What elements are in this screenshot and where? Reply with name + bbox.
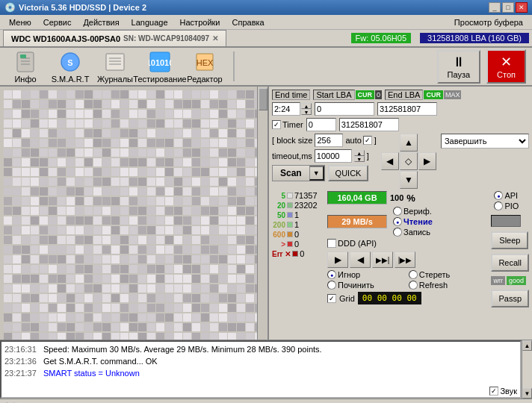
- arrow-upleft[interactable]: [381, 134, 399, 151]
- drive-tab-1[interactable]: WDC WD1600AAJS-00PSA0 SN: WD-WCAP9108409…: [3, 30, 226, 46]
- quick-button[interactable]: QUICK: [328, 165, 369, 181]
- arrow-downright[interactable]: [418, 171, 436, 189]
- passp-button[interactable]: Passp: [491, 290, 529, 307]
- end-lba-input2[interactable]: [339, 118, 399, 131]
- scan-cell: [237, 216, 245, 225]
- scan-cell: [58, 149, 66, 157]
- toolbar-info-button[interactable]: Инфо: [6, 48, 45, 86]
- scan-cell: [4, 197, 12, 205]
- scan-cell: [22, 333, 30, 340]
- scan-cell: [147, 158, 155, 166]
- toolbar-editor-button[interactable]: HEX Редактор: [185, 48, 224, 86]
- scan-cell: [75, 255, 84, 263]
- log-area[interactable]: 23:16:31 Speed: Maximum 30 MB/s. Average…: [0, 340, 522, 399]
- scan-cell: [120, 187, 129, 196]
- scan-cell: [84, 158, 93, 166]
- scan-cell: [165, 139, 173, 147]
- timeout-down-btn[interactable]: ▼: [354, 156, 365, 162]
- sector-count-50ms: 1: [294, 210, 299, 219]
- scan-cell: [40, 129, 48, 137]
- refresh-radio[interactable]: [409, 281, 418, 290]
- arrow-up[interactable]: ▲: [400, 134, 418, 151]
- auto-checkbox[interactable]: ✓: [363, 136, 372, 145]
- pause-button[interactable]: ⏸ Пауза: [437, 50, 481, 84]
- stop-button[interactable]: ✕ Стоп: [486, 49, 526, 84]
- ignore-radio[interactable]: [327, 270, 336, 279]
- maximize-button[interactable]: □: [502, 2, 514, 13]
- back-button[interactable]: ◀: [350, 252, 371, 268]
- menu-buffer-view[interactable]: Просмотр буфера: [448, 16, 529, 28]
- arrow-down[interactable]: ▼: [400, 171, 418, 189]
- log-scroll-up[interactable]: ▲: [522, 340, 532, 351]
- menu-menu[interactable]: Меню: [3, 16, 37, 28]
- scan-cell: [210, 139, 218, 147]
- scan-cell: [201, 265, 209, 273]
- minimize-button[interactable]: _: [489, 2, 501, 13]
- ddd-checkbox[interactable]: [327, 239, 336, 248]
- scan-scroll-thumb[interactable]: [259, 88, 267, 110]
- zvuk-checkbox[interactable]: ✓: [489, 387, 498, 396]
- scan-dropdown-arrow[interactable]: ▼: [309, 166, 324, 181]
- erase-radio[interactable]: [409, 270, 418, 279]
- read-radio[interactable]: [393, 217, 402, 226]
- log-scrollbar[interactable]: ▲ ▼: [522, 340, 532, 399]
- fix-radio[interactable]: [327, 281, 336, 290]
- scan-cell: [156, 313, 164, 322]
- menu-help[interactable]: Справка: [226, 16, 270, 28]
- scan-cell: [201, 149, 209, 157]
- verify-radio[interactable]: [393, 207, 402, 216]
- menu-language[interactable]: Language: [126, 16, 174, 28]
- timer-checkbox[interactable]: ✓: [272, 120, 281, 129]
- block-size-label: [ block size: [272, 136, 312, 145]
- close-button[interactable]: ✕: [516, 2, 528, 13]
- scan-cell: [219, 313, 227, 322]
- scan-cell: [49, 119, 57, 128]
- arrow-upright[interactable]: [418, 134, 436, 151]
- scan-cell: [219, 216, 227, 225]
- scan-scrollbar[interactable]: [257, 87, 267, 340]
- app-icon: 💿: [4, 2, 16, 13]
- grid-checkbox[interactable]: ✓: [327, 294, 336, 303]
- scan-button[interactable]: Scan: [273, 166, 309, 181]
- scan-cell: [120, 100, 129, 108]
- end-lba-input[interactable]: [377, 102, 437, 116]
- drive-tab-close[interactable]: ✕: [212, 34, 218, 43]
- menu-service[interactable]: Сервис: [37, 16, 78, 28]
- timer-value-input[interactable]: [306, 118, 336, 131]
- action-select[interactable]: Завершить Игнорировать Повторить: [441, 134, 529, 149]
- toolbar-logs-button[interactable]: Журналы: [96, 48, 134, 86]
- pio-radio[interactable]: [494, 202, 503, 210]
- timeout-up-btn[interactable]: ▲: [354, 150, 365, 156]
- start-lba-input[interactable]: [315, 102, 374, 116]
- scan-cell: [228, 129, 236, 137]
- recall-button[interactable]: Recall: [491, 254, 529, 272]
- scan-cell: [13, 333, 21, 340]
- block-size-input[interactable]: [315, 134, 343, 147]
- time-input[interactable]: [272, 102, 300, 116]
- scan-cell: [49, 129, 57, 137]
- api-radio[interactable]: [494, 191, 503, 200]
- arrow-right[interactable]: ▶: [418, 152, 436, 170]
- scan-cell: [219, 90, 227, 99]
- write-radio[interactable]: [393, 228, 402, 237]
- scan-cell: [165, 158, 173, 166]
- time-down-btn[interactable]: ▼: [301, 109, 312, 115]
- play-button[interactable]: ▶: [327, 252, 348, 268]
- sleep-button[interactable]: Sleep: [491, 231, 528, 249]
- scan-cell: [22, 284, 30, 293]
- time-up-btn[interactable]: ▲: [301, 103, 312, 109]
- scan-cell: [246, 119, 254, 128]
- toolbar-test-button[interactable]: 101010 Тестирование: [140, 48, 179, 86]
- scan-cell: [84, 207, 93, 215]
- ff-button[interactable]: ▶▶|: [372, 252, 393, 268]
- end-button[interactable]: |▶▶: [395, 252, 415, 268]
- menu-actions[interactable]: Действия: [77, 16, 125, 28]
- arrow-left[interactable]: ◀: [381, 152, 399, 170]
- scan-cell: [111, 284, 120, 293]
- toolbar-smart-button[interactable]: S S.M.A.R.T: [51, 48, 90, 86]
- menu-settings[interactable]: Настройки: [174, 16, 226, 28]
- scan-cell: [174, 110, 182, 118]
- timeout-input[interactable]: [315, 149, 352, 163]
- arrow-downleft[interactable]: [381, 171, 399, 189]
- log-scroll-down[interactable]: ▼: [522, 388, 532, 399]
